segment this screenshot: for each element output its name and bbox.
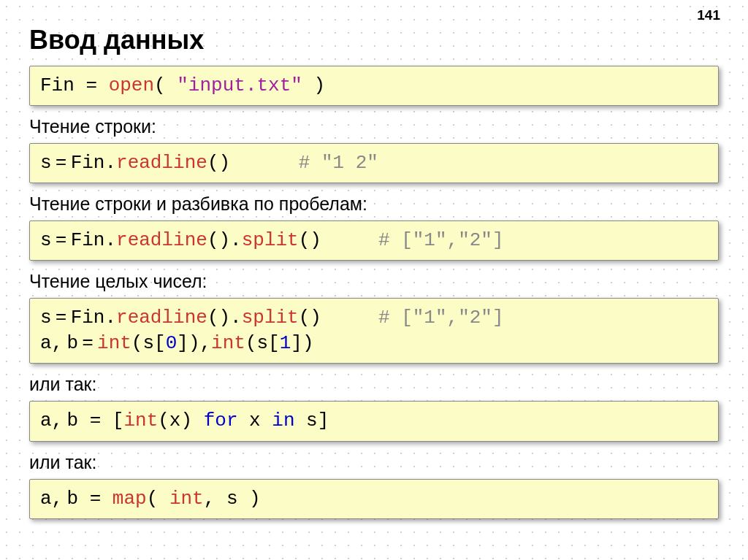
code-token: = <box>78 332 97 354</box>
code-token: ( <box>147 488 169 510</box>
code-token: 0 <box>166 332 178 354</box>
code-token: () <box>299 229 378 251</box>
code-token: split <box>242 307 299 329</box>
code-token: = <box>85 74 97 96</box>
code-token: a, <box>40 410 63 431</box>
page-number: 141 <box>697 7 720 23</box>
code-token: (). <box>207 229 242 251</box>
code-token: s] <box>295 410 329 431</box>
code-token: a, <box>40 332 63 354</box>
code-token: map <box>112 488 147 510</box>
code-token: b = <box>66 488 112 510</box>
code-token: s <box>40 152 52 174</box>
slide-content: Fin = open( "input.txt" )Чтение строки:s… <box>29 66 719 519</box>
code-token: readline <box>116 152 207 174</box>
code-token: s <box>40 307 52 329</box>
code-token: (s[ <box>131 332 166 354</box>
code-token: b = [ <box>66 410 123 431</box>
code-token: 1 <box>280 332 291 354</box>
code-token: () <box>299 307 378 329</box>
code-token: Fin. <box>71 152 116 174</box>
section-label: или так: <box>29 374 719 395</box>
code-token: Fin. <box>71 307 116 329</box>
slide-title: Ввод данных <box>29 25 719 55</box>
code-block: Fin = open( "input.txt" ) <box>29 66 719 106</box>
code-token: s <box>40 229 52 251</box>
code-token: () <box>207 152 299 174</box>
code-token: # ["1","2"] <box>378 307 504 329</box>
code-token: Fin. <box>71 229 116 251</box>
code-token: = <box>52 307 71 329</box>
code-token: # "1 2" <box>299 152 378 174</box>
code-token: int <box>211 332 245 354</box>
code-token: open <box>97 74 154 96</box>
code-token: # ["1","2"] <box>378 229 504 251</box>
code-block: a, b = map( int, s ) <box>29 479 719 519</box>
code-token: in <box>272 410 294 431</box>
code-token: int <box>97 332 131 354</box>
code-token: int <box>123 410 158 431</box>
code-token: (). <box>207 307 242 329</box>
code-token: "input.txt" <box>177 74 302 96</box>
code-block: s = Fin.readline() # "1 2" <box>29 143 719 183</box>
code-block: s = Fin.readline().split() # ["1","2"] <box>29 220 719 261</box>
code-token: readline <box>116 229 207 251</box>
section-label: Чтение строки: <box>29 116 719 137</box>
section-label: Чтение строки и разбивка по пробелам: <box>29 193 719 215</box>
code-token: Fin <box>40 74 85 96</box>
code-token: = <box>52 152 71 174</box>
code-token: ]) <box>291 332 313 354</box>
code-token: readline <box>116 307 207 329</box>
code-token: ]), <box>177 332 211 354</box>
section-label: Чтение целых чисел: <box>29 271 719 292</box>
code-token: for <box>204 410 238 431</box>
code-token: a, <box>40 488 63 510</box>
code-token: b <box>66 332 78 354</box>
code-block: s = Fin.readline().split() # ["1","2"] a… <box>29 298 719 364</box>
code-token: , s ) <box>204 488 261 510</box>
code-token: x <box>237 410 272 431</box>
code-token: int <box>169 488 204 510</box>
code-token: ) <box>302 74 325 96</box>
code-block: a, b = [int(x) for x in s] <box>29 401 719 441</box>
code-token: = <box>52 229 71 251</box>
section-label: или так: <box>29 452 719 473</box>
code-token: (x) <box>158 410 203 431</box>
code-token: ( <box>154 74 177 96</box>
code-token: split <box>242 229 299 251</box>
code-token: (s[ <box>245 332 280 354</box>
